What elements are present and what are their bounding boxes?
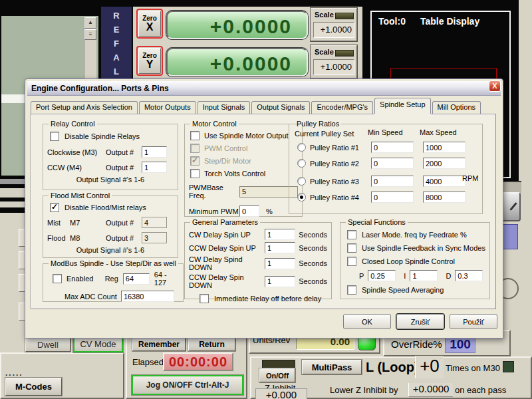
onoff-led [262,360,295,368]
step-dir-motor-checkbox[interactable] [190,156,200,166]
zero-y-button[interactable]: Zero Y [138,48,161,74]
relay-note: Output Signal #'s 1-6 [47,176,174,184]
cw-delay-up-label: CW Delay Spin UP [189,231,265,239]
i-field[interactable] [410,270,438,281]
pulley-3-min-field[interactable] [371,176,414,187]
zero-x-button[interactable]: Zero X [138,11,161,37]
reg-field[interactable] [123,273,150,285]
loop-count-display[interactable]: +0 [415,356,444,378]
clockwise-m3-label: Clockwise (M3) [47,148,106,156]
tab-output-signals[interactable]: Output Signals [251,101,310,114]
scroll-up-icon[interactable]: ▲ [84,17,96,29]
speed-averaging-checkbox[interactable] [347,285,356,295]
laser-mode-checkbox[interactable] [347,230,356,239]
dro-x-axis[interactable]: +0.0000 [166,11,308,39]
pulley-4-min-field[interactable] [371,192,414,203]
scale-x-value[interactable]: +1.0000 [313,22,354,38]
general-parameters-group: General Parameters CW Delay Spin UP Seco… [184,218,332,299]
pulley-4-radio[interactable] [297,193,306,201]
lower-z-display[interactable]: +0.0000 [408,383,453,397]
scale-y-led [335,50,354,57]
return-button[interactable]: Return [188,337,235,351]
tab-port-setup[interactable]: Port Setup and Axis Selection [31,101,138,114]
minimum-pwm-field[interactable] [239,205,259,217]
tab-spindle-setup[interactable]: Spindle Setup [374,98,431,114]
closed-loop-checkbox[interactable] [347,257,356,266]
z-inhibit-display[interactable]: +0.000 [255,388,307,399]
multipass-button[interactable]: MultiPass [302,360,362,374]
max-adc-field[interactable] [121,291,174,302]
dialog-titlebar[interactable]: Engine Configuration... Ports & Pins [27,81,501,96]
p-field[interactable] [368,270,396,281]
jog-onoff-button[interactable]: Jog ON/OFF Ctrl-Alt-J [132,375,243,395]
spindle-feedback-checkbox[interactable] [347,243,356,253]
partial-button[interactable] [502,192,521,221]
tab-encoder-mpgs[interactable]: Encoder/MPG's [311,101,373,114]
scale-y-label: Scale [315,48,334,56]
special-functions-legend: Special Functions [346,218,408,226]
ccw-delay-up-field[interactable] [265,242,295,253]
on-off-button[interactable]: On/Off [259,368,295,382]
m-codes-button[interactable]: M-Codes [5,378,62,396]
pulley-1-min-field[interactable] [371,142,414,153]
pulley-1-max-field[interactable] [423,142,466,153]
scrollbar-thumb[interactable]: ≡ [84,29,96,40]
disable-flood-mist-checkbox[interactable] [50,203,59,212]
cw-delay-up-field[interactable] [265,229,295,240]
pulley-4-max-field[interactable] [423,192,466,203]
ok-button[interactable]: OK [343,314,391,329]
torch-volts-checkbox[interactable] [190,169,200,178]
disable-spindle-relays-checkbox[interactable] [50,132,59,141]
pulley-2-radio[interactable] [297,159,306,168]
output-number-label: Output # [106,234,142,242]
cancel-button[interactable]: Zrušiť [396,314,444,329]
dro-y-axis[interactable]: +0.0000 [166,48,308,76]
flood-output-field[interactable] [142,232,167,243]
pulley-3-radio[interactable] [297,177,306,186]
scale-y-value[interactable]: +1.0000 [313,59,354,75]
min-speed-header: Min Speed [368,128,403,136]
p-label: P [359,272,364,280]
apply-button[interactable]: Použiť [450,314,497,329]
remember-button[interactable]: Remember [132,337,186,351]
use-spindle-motor-checkbox[interactable] [190,131,200,140]
output-number-label: Output # [106,164,142,172]
pulley-2-max-field[interactable] [423,158,466,169]
tab-mill-options[interactable]: Mill Options [432,101,481,114]
ccw-output-field[interactable] [142,162,167,173]
immediate-relay-label: Immediate Relay off before delay [214,295,321,303]
zero-x-frame: Zero X [136,9,163,39]
immediate-relay-checkbox[interactable] [200,294,209,303]
tool-number: Tool:0 [378,16,406,27]
ref-all-button[interactable]: R E F A L [101,7,132,80]
flood-note: Output Signal #'s 1-6 [47,246,174,254]
speed-averaging-label: Spindle Speed Averaging [362,286,444,294]
pwm-control-checkbox[interactable] [190,144,200,153]
tab-input-signals[interactable]: Input Signals [198,101,251,114]
ccw-delay-up-label: CCW Delay Spin UP [189,244,265,252]
left-band [0,201,25,207]
multipass-panel: On/Off MultiPass L (Loop) +0 Times on M3… [250,356,532,399]
pulley-2-min-field[interactable] [371,158,414,169]
output-number-label: Output # [106,148,142,156]
cw-output-field[interactable] [142,146,167,158]
mist-output-field[interactable] [142,217,167,228]
cw-delay-down-field[interactable] [265,258,295,269]
minimum-pwm-label: Minimum PWM [189,207,239,215]
elapsed-label: Elapsed [132,357,164,367]
pulley-ratios-group: Pulley Ratios Current Pulley Set Min Spe… [289,120,483,214]
dwell-button[interactable]: Dwell [25,337,70,352]
ref-letter: A [101,53,132,63]
i-label: I [404,272,406,280]
close-icon[interactable]: X [489,80,501,92]
modbus-enabled-checkbox[interactable] [53,274,62,283]
cw-delay-down-label: CW Delay Spind DOWN [189,255,265,271]
tab-motor-outputs[interactable]: Motor Outputs [139,101,196,114]
lower-z-label: Lower Z Inhibit by [330,385,398,395]
ccw-delay-down-field[interactable] [265,276,295,287]
d-field[interactable] [455,270,483,281]
left-band [0,179,25,184]
pulley-3-max-field[interactable] [423,176,466,187]
lower-z-suffix: on each pass [455,385,506,395]
pulley-1-radio[interactable] [297,143,306,152]
